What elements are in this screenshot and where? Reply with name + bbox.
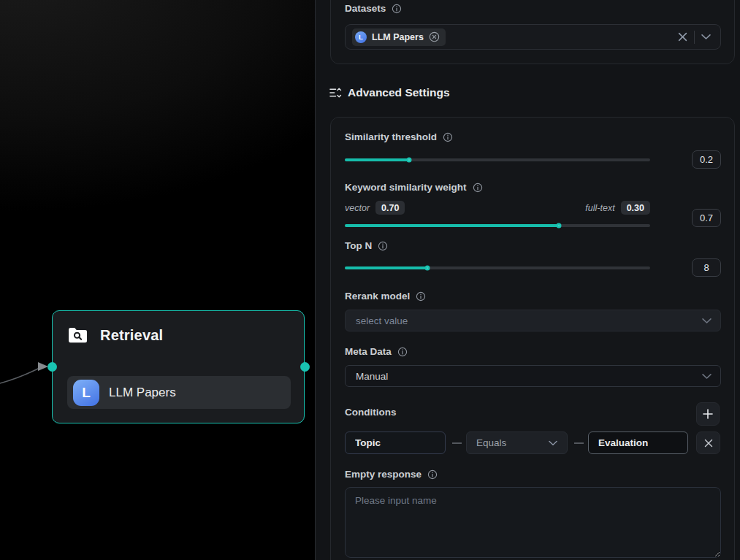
conditions-label: Conditions (345, 407, 397, 418)
input-handle[interactable] (47, 362, 57, 372)
divider (694, 31, 695, 44)
dataset-tag-avatar: L (355, 31, 367, 43)
topn-value: 8 (692, 258, 721, 277)
datasets-label-row: Datasets (345, 3, 402, 14)
info-icon[interactable] (416, 291, 426, 302)
dataset-tag[interactable]: L LLM Papers (352, 28, 446, 46)
keyword-value: 0.7 (692, 209, 721, 227)
chevron-down-icon[interactable] (701, 34, 711, 40)
dash-separator (574, 442, 584, 444)
similarity-label-row: Similarity threshold (345, 131, 453, 142)
plus-icon (703, 409, 713, 419)
fulltext-weight-label: full-text (585, 203, 614, 213)
chevron-down-icon (702, 318, 712, 324)
advanced-settings-card: Similarity threshold 0.2 Keyword similar… (330, 117, 735, 560)
dataset-tag-label: LLM Papers (372, 32, 424, 42)
flow-canvas[interactable]: Retrieval L LLM Papers (0, 0, 315, 560)
select-controls (678, 31, 720, 44)
similarity-slider[interactable] (345, 155, 650, 165)
empty-response-label-row: Empty response (345, 469, 438, 480)
chevron-down-icon (702, 373, 712, 380)
condition-value-input[interactable] (588, 431, 688, 454)
info-icon[interactable] (378, 241, 388, 251)
metadata-select[interactable]: Manual (345, 365, 721, 387)
datasets-select[interactable]: L LLM Papers (345, 24, 721, 50)
similarity-value: 0.2 (692, 150, 721, 169)
add-condition-button[interactable] (696, 402, 720, 426)
dash-separator (452, 442, 462, 444)
keyword-slider[interactable] (345, 220, 650, 231)
node-dataset-item[interactable]: L LLM Papers (67, 376, 291, 409)
slider-thumb[interactable] (406, 158, 411, 163)
topn-slider[interactable] (345, 263, 650, 273)
config-panel: Datasets L LLM Papers (315, 0, 740, 560)
slider-fill (345, 158, 409, 161)
chevron-down-icon (549, 440, 557, 446)
retrieval-node[interactable]: Retrieval L LLM Papers (52, 310, 305, 423)
fulltext-weight-value: 0.30 (621, 201, 650, 215)
datasets-card: Datasets L LLM Papers (330, 0, 735, 64)
rerank-select[interactable]: select value (345, 310, 721, 331)
condition-operator-value: Equals (476, 437, 506, 448)
empty-response-label: Empty response (345, 469, 422, 480)
topn-label: Top N (345, 240, 372, 251)
info-icon[interactable] (473, 183, 483, 193)
advanced-settings-title: Advanced Settings (348, 86, 450, 99)
node-title: Retrieval (100, 327, 163, 344)
info-icon[interactable] (427, 469, 438, 480)
folder-search-icon (68, 326, 88, 344)
metadata-value: Manual (356, 371, 388, 382)
edge-arrowhead (38, 362, 48, 371)
flow-editor-screen: Retrieval L LLM Papers Datasets (0, 0, 740, 560)
slider-fill (345, 224, 559, 227)
datasets-label: Datasets (345, 3, 386, 14)
slider-fill (345, 266, 427, 269)
node-header: Retrieval (68, 326, 163, 344)
advanced-settings-icon (329, 87, 342, 99)
rerank-placeholder: select value (356, 315, 408, 326)
vector-weight-value: 0.70 (375, 201, 405, 215)
metadata-label-row: Meta Data (345, 346, 408, 357)
advanced-settings-header: Advanced Settings (329, 86, 450, 99)
condition-field-input[interactable] (345, 431, 446, 454)
rerank-label: Rerank model (345, 291, 410, 302)
similarity-label: Similarity threshold (345, 131, 437, 142)
keyword-label: Keyword similarity weight (345, 182, 467, 193)
tag-remove-icon[interactable] (429, 31, 440, 42)
metadata-label: Meta Data (345, 346, 392, 357)
info-icon[interactable] (397, 347, 408, 357)
keyword-label-row: Keyword similarity weight (345, 182, 483, 193)
clear-icon[interactable] (678, 32, 687, 42)
dataset-name: LLM Papers (109, 386, 176, 400)
condition-row: Equals (345, 431, 734, 454)
slider-thumb[interactable] (424, 266, 430, 271)
remove-condition-button[interactable] (696, 431, 720, 454)
connection-edge (0, 0, 315, 560)
dataset-avatar: L (73, 380, 99, 406)
output-handle[interactable] (300, 362, 310, 372)
slider-thumb[interactable] (556, 223, 561, 229)
conditions-label-row: Conditions (345, 407, 397, 418)
topn-label-row: Top N (345, 240, 388, 251)
condition-operator-select[interactable]: Equals (466, 431, 568, 454)
empty-response-textarea[interactable] (345, 487, 721, 558)
info-icon[interactable] (392, 4, 402, 14)
close-icon (704, 439, 713, 448)
weight-values-row: vector 0.70 full-text 0.30 (345, 201, 650, 215)
info-icon[interactable] (443, 132, 453, 142)
rerank-label-row: Rerank model (345, 291, 426, 302)
vector-weight-label: vector (345, 203, 370, 213)
